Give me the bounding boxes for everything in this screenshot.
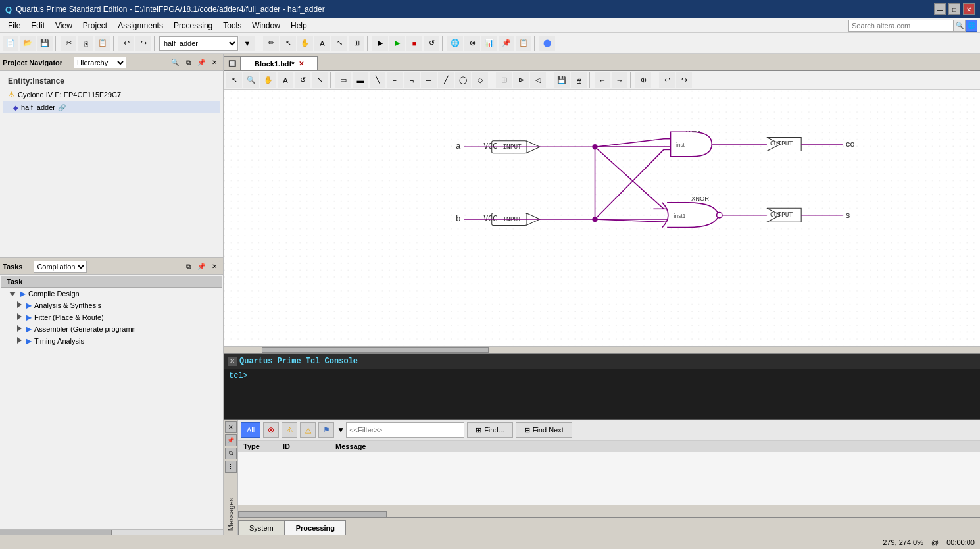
filter-all-button[interactable]: All [241, 422, 260, 438]
menu-window[interactable]: Window [247, 20, 285, 32]
maximize-button[interactable]: □ [948, 3, 960, 15]
tasks-scroll[interactable] [0, 529, 223, 535]
toolbar-select[interactable]: ↖ [280, 36, 296, 51]
bdf-canvas[interactable]: INPUT VCC a AND2 inst [224, 90, 980, 346]
toolbar-dropdown[interactable]: ▼ [239, 36, 255, 51]
minimize-button[interactable]: — [934, 3, 946, 15]
toolbar-cut[interactable]: ✂ [61, 36, 76, 51]
bdf-tool-mirror[interactable]: ⤡ [312, 72, 328, 88]
strip-expand-btn[interactable]: ⧉ [225, 448, 237, 459]
bdf-tool-ellipse[interactable]: ◯ [455, 72, 471, 88]
menu-file[interactable]: File [3, 20, 26, 32]
toolbar-start[interactable]: ▶ [389, 36, 405, 51]
bdf-tool-diamond[interactable]: ◇ [472, 72, 488, 88]
bdf-tool-rect2[interactable]: ▬ [353, 72, 368, 88]
compilation-dropdown[interactable]: Compilation [34, 261, 87, 273]
bdf-tool-grid[interactable]: ⊞ [496, 72, 512, 88]
strip-more-btn[interactable]: ⋮ [225, 461, 237, 473]
find-next-button[interactable]: ⊞ Find Next [516, 422, 572, 438]
bdf-tool-hier[interactable]: ⊕ [635, 72, 651, 88]
menu-assignments[interactable]: Assignments [112, 20, 168, 32]
toolbar-save[interactable]: 💾 [37, 36, 53, 51]
task-assembler[interactable]: ▶ Assembler (Generate programn [1, 323, 222, 335]
bdf-tool-rotate[interactable]: ↺ [295, 72, 310, 88]
bdf-tool-wire-h[interactable]: ─ [421, 72, 437, 88]
bdf-tool-zoom-in[interactable]: 🔍 [243, 72, 259, 88]
filter-warning-button[interactable]: ⚠ [282, 422, 297, 438]
find-button[interactable]: ⊞ Find... [467, 422, 513, 438]
toolbar-compile[interactable]: ▶ [372, 36, 388, 51]
toolbar-undo[interactable]: ↩ [118, 36, 134, 51]
messages-hscroll[interactable] [238, 511, 980, 517]
bdf-tool-pin-in[interactable]: ⊳ [513, 72, 529, 88]
bdf-tool-line[interactable]: ╲ [370, 72, 385, 88]
bdf-tool-select[interactable]: ↖ [226, 72, 242, 88]
search-input[interactable] [848, 20, 954, 32]
nav-pin-btn[interactable]: 📌 [195, 57, 207, 68]
bdf-tool-corner1[interactable]: ⌐ [387, 72, 403, 88]
task-compile-design[interactable]: ▶ Compile Design [1, 288, 222, 300]
hierarchy-dropdown[interactable]: Hierarchy [74, 57, 126, 68]
toolbar-connect[interactable]: ⊞ [349, 36, 364, 51]
toolbar-redo[interactable]: ↪ [135, 36, 151, 51]
bdf-tool-print[interactable]: 🖨 [571, 72, 587, 88]
close-button[interactable]: ✕ [963, 3, 975, 15]
bdf-tab-close[interactable]: ✕ [299, 60, 304, 67]
bdf-tool-back[interactable]: ← [595, 72, 610, 88]
bdf-tool-hand[interactable]: ✋ [260, 72, 276, 88]
bdf-tool-wire-v[interactable]: ╱ [438, 72, 454, 88]
menu-edit[interactable]: Edit [26, 20, 50, 32]
tab-system[interactable]: System [238, 520, 285, 535]
toolbar-text[interactable]: A [314, 36, 330, 51]
toolbar-wire[interactable]: ⤡ [331, 36, 347, 51]
filter-input[interactable] [346, 422, 464, 438]
project-select[interactable]: half_adder [159, 36, 238, 51]
tasks-pin-btn[interactable]: 📌 [195, 261, 207, 273]
tasks-expand-btn[interactable]: ⧉ [182, 261, 194, 273]
task-timing-analysis[interactable]: ▶ Timing Analysis [1, 335, 222, 347]
half-adder-row[interactable]: ◆ half_adder 🔗 [3, 101, 220, 113]
menu-help[interactable]: Help [285, 20, 312, 32]
bdf-tool-pin-out[interactable]: ◁ [530, 72, 546, 88]
device-row[interactable]: ⚠ Cyclone IV E: EP4CE115F29C7 [3, 88, 220, 101]
toolbar-draw[interactable]: ✏ [263, 36, 279, 51]
tab-processing[interactable]: Processing [285, 520, 346, 535]
strip-pin-btn[interactable]: 📌 [225, 434, 237, 446]
filter-info-button[interactable]: △ [300, 422, 316, 438]
bdf-tool-redo[interactable]: ↪ [676, 72, 692, 88]
task-analysis-synthesis[interactable]: ▶ Analysis & Synthesis [1, 300, 222, 311]
filter-error-button[interactable]: ⊗ [263, 422, 279, 438]
toolbar-open[interactable]: 📂 [20, 36, 36, 51]
toolbar-global[interactable]: 🌐 [447, 36, 463, 51]
toolbar-rtl[interactable]: ⊗ [464, 36, 480, 51]
nav-expand-btn[interactable]: ⧉ [182, 57, 194, 68]
bdf-tool-undo[interactable]: ↩ [659, 72, 675, 88]
toolbar-stop[interactable]: ■ [406, 36, 422, 51]
toolbar-paste[interactable]: 📋 [95, 36, 110, 51]
nav-search-btn[interactable]: 🔍 [169, 57, 181, 68]
toolbar-blue-btn[interactable]: ⬤ [539, 36, 555, 51]
toolbar-report[interactable]: 📋 [516, 36, 531, 51]
toolbar-new[interactable]: 📄 [3, 36, 18, 51]
toolbar-hand[interactable]: ✋ [297, 36, 313, 51]
strip-close-btn[interactable]: ✕ [225, 421, 237, 433]
tasks-close-btn[interactable]: ✕ [208, 261, 220, 273]
filter-flag-button[interactable]: ⚑ [318, 422, 334, 438]
menu-tools[interactable]: Tools [218, 20, 247, 32]
menu-project[interactable]: Project [78, 20, 112, 32]
bdf-tab-block1[interactable]: Block1.bdf* ✕ [241, 56, 318, 70]
bdf-tool-fwd[interactable]: → [612, 72, 627, 88]
bdf-tool-corner2[interactable]: ¬ [404, 72, 420, 88]
task-fitter[interactable]: ▶ Fitter (Place & Route) [1, 311, 222, 323]
tcl-close-button[interactable]: ✕ [228, 357, 237, 366]
bdf-tool-save[interactable]: 💾 [554, 72, 570, 88]
toolbar-sim[interactable]: 📊 [481, 36, 497, 51]
toolbar-recompile[interactable]: ↺ [424, 36, 439, 51]
nav-close-btn[interactable]: ✕ [208, 57, 220, 68]
toolbar-pin[interactable]: 📌 [499, 36, 514, 51]
menu-view[interactable]: View [50, 20, 78, 32]
toolbar-copy[interactable]: ⎘ [78, 36, 93, 51]
bdf-tool-rect[interactable]: ▭ [335, 72, 351, 88]
menu-processing[interactable]: Processing [168, 20, 218, 32]
bdf-tool-text[interactable]: A [278, 72, 293, 88]
